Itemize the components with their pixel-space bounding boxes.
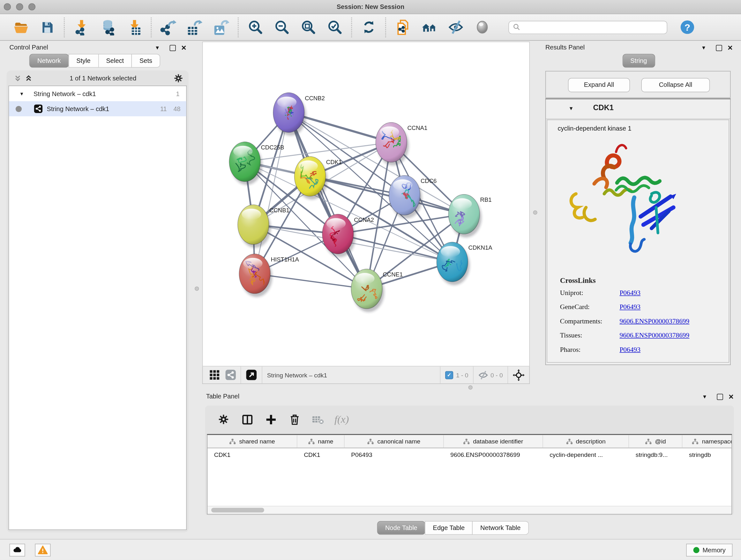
column-header-canonical-name[interactable]: canonical name — [345, 435, 444, 448]
memory-button[interactable]: Memory — [686, 544, 732, 557]
horizontal-splitter-handle[interactable] — [468, 385, 473, 389]
edge-CDK1-RB1[interactable] — [310, 176, 464, 214]
grid-view-icon[interactable] — [209, 370, 220, 380]
table-cell[interactable]: stringdb:9... — [629, 451, 682, 458]
panel-close-icon[interactable]: ✕ — [726, 44, 735, 52]
delete-column-trash-icon[interactable] — [283, 410, 307, 428]
scrollbar-thumb[interactable] — [211, 508, 264, 512]
column-header-shared-name[interactable]: shared name — [207, 435, 297, 448]
node-CCNB2[interactable] — [273, 92, 307, 136]
zoom-selected-button[interactable] — [321, 16, 348, 38]
table-cell[interactable]: P06493 — [345, 451, 444, 458]
tab-network-table[interactable]: Network Table — [472, 521, 529, 535]
table-horizontal-scrollbar[interactable] — [207, 506, 731, 514]
warning-button[interactable] — [35, 544, 51, 557]
node-CDK1[interactable] — [294, 157, 328, 199]
panel-maximize-icon[interactable] — [168, 44, 177, 52]
zoom-fit-button[interactable] — [295, 16, 321, 38]
expand-all-tree-icon[interactable] — [14, 74, 21, 81]
panel-close-icon[interactable]: ✕ — [727, 392, 736, 401]
column-header--id[interactable]: @id — [629, 435, 682, 448]
left-splitter-handle[interactable] — [195, 287, 199, 291]
crosslink-value-link[interactable]: P06493 — [619, 303, 641, 311]
tree-expander-icon[interactable]: ▼ — [19, 91, 24, 96]
table-row[interactable]: CDK1CDK1P064939606.ENSP00000378699cyclin… — [207, 448, 731, 461]
show-hidden-button[interactable] — [469, 16, 495, 38]
help-button[interactable]: ? — [674, 16, 700, 38]
open-session-button[interactable] — [8, 16, 34, 38]
column-header-namespace[interactable]: namespace — [682, 435, 732, 448]
network-graph[interactable]: CCNB2CCNA1CDC25BCDK1CDC6RB1CCNB1CCNA2CDK… — [203, 42, 529, 366]
crosslink-value-link[interactable]: P06493 — [619, 346, 641, 354]
network-row-selected[interactable]: String Network – cdk1 11 48 — [9, 101, 186, 116]
refresh-button[interactable] — [355, 16, 382, 38]
tab-string[interactable]: String — [622, 54, 655, 68]
show-columns-icon[interactable] — [235, 410, 259, 428]
table-cell[interactable]: CDK1 — [207, 451, 297, 458]
tab-network[interactable]: Network — [29, 54, 69, 68]
cloud-button[interactable] — [10, 544, 25, 557]
node-CCNB1[interactable] — [238, 205, 271, 248]
import-network-button[interactable] — [68, 16, 94, 38]
export-image-button[interactable] — [208, 16, 234, 38]
detach-view-icon[interactable] — [246, 369, 257, 381]
expand-all-button[interactable]: Expand All — [568, 78, 630, 92]
add-column-icon[interactable] — [259, 410, 283, 428]
delete-table-icon[interactable] — [307, 410, 330, 428]
column-header-database-identifier[interactable]: database identifier — [444, 435, 543, 448]
hidden-eye-icon[interactable] — [478, 370, 488, 380]
panel-maximize-icon[interactable] — [715, 44, 723, 52]
node-CCNA2[interactable] — [322, 214, 355, 257]
tab-sets[interactable]: Sets — [131, 54, 160, 68]
zoom-in-button[interactable] — [242, 16, 268, 38]
export-network-button[interactable] — [155, 16, 182, 38]
protein-header-row[interactable]: ▼ CDK1 — [546, 99, 730, 119]
selected-checkbox-icon[interactable]: ✓ — [445, 371, 453, 379]
node-CCNA1[interactable] — [376, 123, 409, 166]
right-splitter-handle[interactable] — [533, 210, 537, 214]
function-builder-icon[interactable]: f(x) — [330, 410, 354, 428]
global-search-box[interactable] — [509, 20, 667, 34]
tab-node-table[interactable]: Node Table — [377, 521, 425, 535]
import-table-button[interactable] — [121, 16, 147, 38]
save-session-button[interactable] — [34, 16, 61, 38]
crosslink-value-link[interactable]: P06493 — [619, 289, 641, 297]
table-cell[interactable]: stringdb — [682, 451, 732, 458]
table-cell[interactable]: cyclin-dependent ... — [543, 451, 629, 458]
node-HIST1H1A[interactable] — [239, 254, 272, 297]
panel-collapse-icon[interactable]: ▼ — [700, 392, 709, 401]
import-network-from-database-button[interactable] — [94, 16, 121, 38]
tab-edge-table[interactable]: Edge Table — [425, 521, 473, 535]
table-cell[interactable]: CDK1 — [297, 451, 344, 458]
export-table-button[interactable] — [182, 16, 208, 38]
network-file-button[interactable] — [389, 16, 416, 38]
network-options-gear-icon[interactable] — [174, 73, 183, 82]
column-header-name[interactable]: name — [297, 435, 344, 448]
network-share-icon[interactable] — [225, 370, 236, 380]
network-canvas[interactable]: CCNB2CCNA1CDC25BCDK1CDC6RB1CCNB1CCNA2CDK… — [202, 42, 530, 366]
network-collection-row[interactable]: ▼ String Network – cdk1 1 — [9, 86, 186, 101]
column-header-description[interactable]: description — [543, 435, 629, 448]
crosslink-value-link[interactable]: 9606.ENSP00000378699 — [619, 331, 689, 339]
panel-collapse-icon[interactable]: ▼ — [153, 44, 162, 52]
collapse-all-button[interactable]: Collapse All — [642, 78, 710, 92]
node-RB1[interactable] — [448, 194, 482, 238]
search-input[interactable] — [521, 23, 667, 31]
home-button[interactable] — [416, 16, 442, 38]
collapse-all-tree-icon[interactable] — [25, 74, 32, 81]
node-CCNE1[interactable] — [351, 269, 384, 312]
collapse-protein-icon[interactable]: ▼ — [568, 105, 574, 111]
panel-maximize-icon[interactable] — [716, 392, 724, 401]
zoom-out-button[interactable] — [268, 16, 295, 38]
tab-style[interactable]: Style — [68, 54, 98, 68]
panel-close-icon[interactable]: ✕ — [180, 44, 188, 52]
tab-select[interactable]: Select — [98, 54, 132, 68]
pan-crosshair-icon[interactable] — [513, 369, 525, 381]
hide-selected-button[interactable] — [442, 16, 469, 38]
node-CDKN1A[interactable] — [436, 242, 470, 285]
node-CDC6[interactable] — [389, 175, 422, 219]
table-settings-gear-icon[interactable] — [212, 410, 235, 428]
edge-CCNB2-CCNE1[interactable] — [289, 112, 367, 289]
table-cell[interactable]: 9606.ENSP00000378699 — [444, 451, 543, 458]
edge-CCNB2-HIST1H1A[interactable] — [255, 112, 289, 273]
